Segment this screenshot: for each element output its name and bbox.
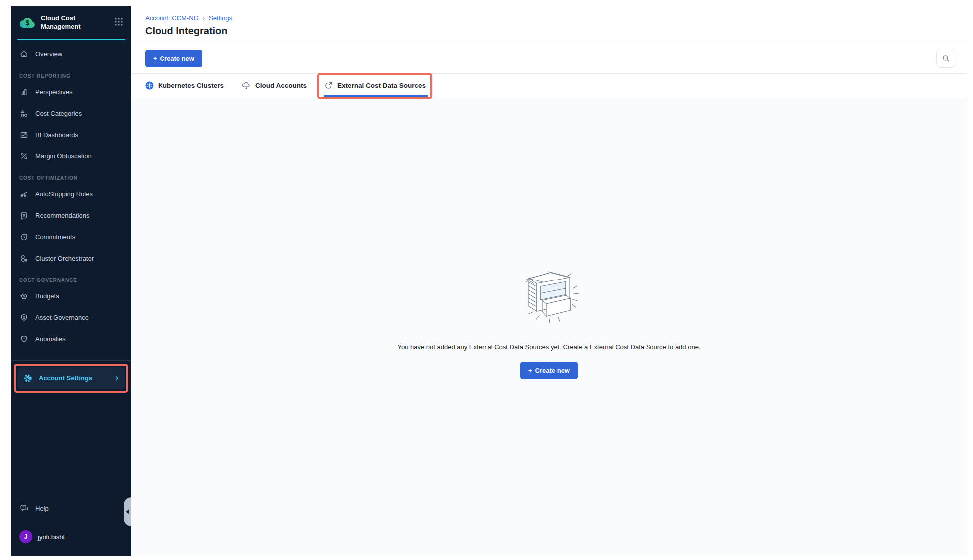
empty-state-message: You have not added any External Cost Dat…: [398, 343, 701, 351]
tab-external-cost-data-sources[interactable]: External Cost Data Sources: [324, 74, 426, 97]
breadcrumb-account-link[interactable]: Account: CCM-NG: [145, 14, 199, 22]
chevron-right-icon[interactable]: [114, 375, 120, 381]
sidebar-item-account-settings[interactable]: Account Settings: [17, 367, 125, 389]
sidebar-item-label: Anomalies: [35, 335, 66, 343]
sidebar-item-label: Overview: [35, 50, 62, 58]
sidebar-divider: [11, 360, 131, 361]
sidebar-item-margin-obfuscation[interactable]: Margin Obfuscation: [11, 145, 131, 167]
kubernetes-icon: [145, 81, 154, 90]
shield-alert-icon: [19, 335, 29, 343]
sidebar-item-label: BI Dashboards: [35, 131, 78, 139]
user-name: jyoti.bisht: [38, 533, 65, 541]
app-switcher-icon[interactable]: [113, 16, 124, 29]
search-button[interactable]: [936, 49, 955, 68]
tab-label: External Cost Data Sources: [337, 82, 426, 89]
help-chat-icon: ?: [19, 504, 29, 513]
sidebar-item-label: Margin Obfuscation: [35, 152, 92, 160]
sidebar-item-recommendations[interactable]: Recommendations: [11, 205, 131, 226]
section-label-cost-governance: COST GOVERNANCE: [11, 269, 131, 285]
sidebar-item-label: Commitments: [35, 233, 75, 241]
sidebar-item-overview[interactable]: Overview: [11, 43, 131, 65]
toolbar: + Create new: [131, 43, 967, 74]
app-window: $ Cloud Cost Management Over: [11, 6, 967, 556]
recommendation-badge-icon: [19, 211, 29, 220]
svg-text:$: $: [23, 316, 25, 320]
sidebar-item-label: Recommendations: [35, 212, 89, 219]
collapse-arrow-icon: [126, 509, 129, 514]
user-profile[interactable]: J jyoti.bisht: [19, 525, 123, 548]
sidebar-item-bi-dashboards[interactable]: BI Dashboards: [11, 124, 131, 145]
sidebar-footer: ? Help J jyoti.bisht: [11, 498, 131, 556]
empty-state-create-new-button[interactable]: + Create new: [520, 362, 578, 379]
external-source-icon: [324, 81, 333, 90]
sidebar-item-cost-categories[interactable]: Cost Categories: [11, 103, 131, 124]
create-new-label: Create new: [160, 55, 194, 62]
tab-bar: Kubernetes Clusters Cloud Accounts: [131, 74, 967, 97]
sidebar: $ Cloud Cost Management Over: [11, 6, 131, 556]
plus-icon: +: [528, 367, 532, 374]
svg-text:?: ?: [22, 505, 24, 509]
sidebar-item-label: Account Settings: [39, 374, 92, 382]
dashboard-icon: [19, 131, 29, 139]
create-new-label: Create new: [535, 367, 570, 374]
sidebar-item-anomalies[interactable]: Anomalies: [11, 328, 131, 350]
sidebar-item-asset-governance[interactable]: $ Asset Governance: [11, 307, 131, 328]
percent-icon: [19, 152, 29, 160]
sidebar-item-autostopping-rules[interactable]: AutoStopping Rules: [11, 183, 131, 205]
shield-dollar-icon: $: [19, 313, 29, 322]
create-new-button[interactable]: + Create new: [145, 50, 202, 67]
sidebar-collapse-handle[interactable]: [124, 497, 131, 526]
bar-chart-icon: [19, 88, 29, 96]
main-area: Account: CCM-NG › Settings Cloud Integra…: [131, 6, 967, 556]
sidebar-nav: Overview COST REPORTING Perspectives Cos…: [11, 40, 131, 350]
content-area: You have not added any External Cost Dat…: [131, 97, 967, 556]
piggy-bank-icon: $: [19, 292, 29, 300]
gear-icon: [23, 374, 32, 383]
section-label-cost-reporting: COST REPORTING: [11, 65, 131, 81]
avatar: J: [19, 530, 32, 543]
sidebar-header: $ Cloud Cost Management: [11, 6, 131, 37]
help-label: Help: [35, 505, 49, 512]
page-title: Cloud Integration: [145, 25, 953, 37]
sidebar-item-label: Cluster Orchestrator: [35, 255, 94, 262]
sidebar-item-budgets[interactable]: $ Budgets: [11, 285, 131, 307]
sidebar-item-label: Asset Governance: [35, 314, 89, 321]
svg-text:$: $: [26, 19, 30, 27]
shapes-icon: [19, 109, 29, 118]
trend-line-icon: [19, 190, 29, 198]
breadcrumb: Account: CCM-NG › Settings: [145, 14, 953, 22]
cloud-icon: [242, 81, 251, 90]
home-icon: [19, 50, 29, 58]
plus-icon: +: [153, 55, 157, 62]
page-header: Account: CCM-NG › Settings Cloud Integra…: [131, 6, 967, 43]
tab-label: Cloud Accounts: [255, 82, 307, 89]
sidebar-item-label: Cost Categories: [35, 110, 82, 117]
sidebar-item-commitments[interactable]: Commitments: [11, 226, 131, 248]
tab-kubernetes-clusters[interactable]: Kubernetes Clusters: [145, 74, 224, 97]
cloud-cost-logo-icon: $: [19, 16, 35, 29]
breadcrumb-separator-icon: ›: [203, 14, 205, 22]
breadcrumb-settings-link[interactable]: Settings: [209, 14, 232, 22]
sidebar-item-label: AutoStopping Rules: [35, 190, 93, 198]
app-title: Cloud Cost Management: [41, 14, 96, 31]
sidebar-item-cluster-orchestrator[interactable]: Cluster Orchestrator: [11, 248, 131, 269]
sidebar-item-label: Budgets: [35, 292, 59, 300]
sidebar-item-perspectives[interactable]: Perspectives: [11, 81, 131, 103]
empty-drawer-illustration: [516, 266, 582, 326]
search-icon: [942, 54, 950, 63]
cluster-icon: [19, 254, 29, 263]
tab-cloud-accounts[interactable]: Cloud Accounts: [242, 74, 307, 97]
clock-icon: [19, 233, 29, 241]
help-button[interactable]: ? Help: [19, 498, 123, 518]
svg-text:$: $: [23, 294, 25, 298]
tab-label: Kubernetes Clusters: [158, 82, 224, 89]
sidebar-item-label: Perspectives: [35, 88, 72, 96]
section-label-cost-optimization: COST OPTIMIZATION: [11, 167, 131, 183]
